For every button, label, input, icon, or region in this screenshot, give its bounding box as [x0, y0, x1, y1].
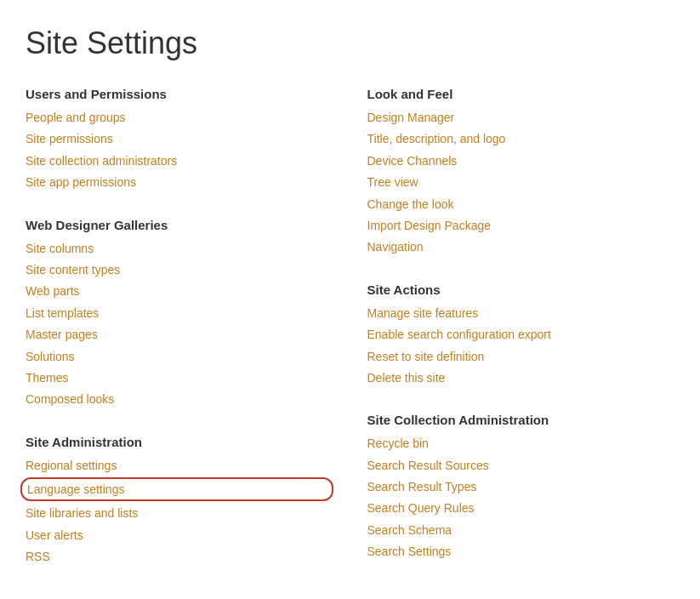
link-change-look[interactable]: Change the look [367, 195, 675, 214]
link-regional-settings[interactable]: Regional settings [26, 456, 333, 475]
section-links-site-admin: Regional settings Language settings Site… [26, 456, 333, 567]
section-title-site-actions: Site Actions [367, 282, 675, 297]
link-navigation[interactable]: Navigation [367, 237, 675, 256]
section-web-designer-galleries: Web Designer Galleries Site columns Site… [26, 218, 333, 409]
link-title-description-logo[interactable]: Title, description, and logo [367, 129, 675, 148]
link-master-pages[interactable]: Master pages [26, 325, 333, 344]
section-title-web-designer: Web Designer Galleries [26, 218, 333, 232]
link-language-settings[interactable]: Language settings [20, 477, 333, 501]
section-links-look-feel: Design Manager Title, description, and l… [367, 108, 675, 257]
left-column: Users and Permissions People and groups … [26, 87, 333, 592]
link-search-result-sources[interactable]: Search Result Sources [367, 456, 675, 475]
section-title-site-collection-admin: Site Collection Administration [367, 413, 675, 427]
link-import-design-package[interactable]: Import Design Package [367, 216, 675, 235]
section-links-web-designer: Site columns Site content types Web part… [26, 239, 333, 409]
link-solutions[interactable]: Solutions [26, 347, 333, 366]
link-site-collection-admins[interactable]: Site collection administrators [26, 151, 333, 170]
page-title: Site Settings [26, 26, 674, 61]
link-search-result-types[interactable]: Search Result Types [367, 477, 675, 496]
link-manage-site-features[interactable]: Manage site features [367, 304, 675, 322]
link-design-manager[interactable]: Design Manager [367, 108, 675, 127]
section-look-and-feel: Look and Feel Design Manager Title, desc… [367, 87, 675, 257]
link-rss[interactable]: RSS [26, 547, 333, 566]
link-web-parts[interactable]: Web parts [26, 282, 333, 300]
link-site-content-types[interactable]: Site content types [26, 260, 333, 279]
section-users-permissions: Users and Permissions People and groups … [26, 87, 333, 192]
link-list-templates[interactable]: List templates [26, 304, 333, 322]
link-tree-view[interactable]: Tree view [367, 173, 675, 191]
link-site-libraries-lists[interactable]: Site libraries and lists [26, 504, 333, 522]
link-composed-looks[interactable]: Composed looks [26, 390, 333, 408]
section-links-site-collection-admin: Recycle bin Search Result Sources Search… [367, 434, 675, 561]
link-enable-search-config-export[interactable]: Enable search configuration export [367, 325, 675, 344]
link-people-groups[interactable]: People and groups [26, 108, 333, 127]
link-reset-site-definition[interactable]: Reset to site definition [367, 347, 675, 366]
link-delete-site[interactable]: Delete this site [367, 368, 675, 387]
settings-grid: Users and Permissions People and groups … [26, 87, 674, 592]
link-search-schema[interactable]: Search Schema [367, 521, 675, 539]
link-recycle-bin[interactable]: Recycle bin [367, 434, 675, 453]
link-search-settings[interactable]: Search Settings [367, 542, 675, 561]
section-links-site-actions: Manage site features Enable search confi… [367, 304, 675, 388]
section-site-collection-admin: Site Collection Administration Recycle b… [367, 413, 675, 561]
section-links-users: People and groups Site permissions Site … [26, 108, 333, 192]
section-site-actions: Site Actions Manage site features Enable… [367, 282, 675, 388]
section-title-look-feel: Look and Feel [367, 87, 675, 101]
section-title-users: Users and Permissions [26, 87, 333, 101]
link-themes[interactable]: Themes [26, 368, 333, 387]
right-column: Look and Feel Design Manager Title, desc… [367, 87, 675, 592]
section-title-site-admin: Site Administration [26, 435, 333, 449]
link-search-query-rules[interactable]: Search Query Rules [367, 499, 675, 517]
link-site-permissions[interactable]: Site permissions [26, 129, 333, 148]
link-site-columns[interactable]: Site columns [26, 239, 333, 258]
section-site-administration: Site Administration Regional settings La… [26, 435, 333, 567]
link-user-alerts[interactable]: User alerts [26, 526, 333, 545]
link-device-channels[interactable]: Device Channels [367, 151, 675, 170]
link-site-app-permissions[interactable]: Site app permissions [26, 173, 333, 191]
